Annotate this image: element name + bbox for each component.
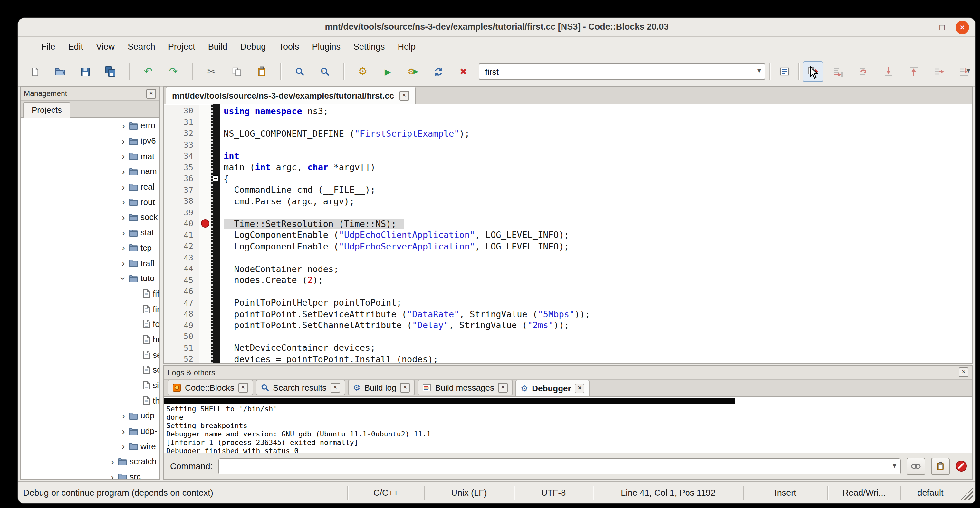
tree-item-udp[interactable]: ›udp	[21, 408, 159, 423]
tab-close-icon[interactable]: ×	[238, 382, 248, 392]
code-line-33[interactable]: 33	[164, 139, 972, 150]
breakpoint-margin[interactable]	[199, 105, 211, 116]
run-to-cursor-button[interactable]	[828, 61, 849, 82]
code-line-42[interactable]: 42 LogComponentEnable ("UdpEchoServerApp…	[164, 240, 972, 252]
close-button[interactable]: ×	[956, 20, 969, 34]
step-into-button[interactable]	[878, 61, 899, 82]
chevron-right-icon[interactable]: ›	[108, 472, 117, 479]
abort-build-button[interactable]: ✖	[453, 61, 474, 82]
code-editor[interactable]: 30using namespace ns3;3132NS_LOG_COMPONE…	[163, 104, 973, 364]
tree-item-mat[interactable]: ›mat	[21, 149, 159, 164]
logs-tab-build-messages[interactable]: Build messages×	[417, 380, 513, 395]
chevron-right-icon[interactable]: ›	[119, 411, 127, 420]
build-target-input[interactable]	[479, 63, 765, 80]
breakpoint-margin[interactable]	[199, 331, 211, 342]
chevron-down-icon[interactable]: ›	[119, 274, 128, 282]
tree-item-erro[interactable]: ›erro	[21, 118, 159, 133]
menu-build[interactable]: Build	[202, 39, 234, 54]
menu-help[interactable]: Help	[391, 39, 422, 54]
build-and-run-button[interactable]: ⚙▶	[403, 61, 423, 82]
chevron-down-icon[interactable]: ▾	[757, 66, 761, 75]
find-button[interactable]	[289, 61, 310, 82]
menu-plugins[interactable]: Plugins	[305, 39, 347, 54]
tree-item-udp-[interactable]: ›udp-	[21, 424, 159, 439]
breakpoint-margin[interactable]	[199, 184, 211, 195]
select-target-button[interactable]	[774, 61, 794, 82]
copy-button[interactable]	[226, 61, 247, 82]
breakpoint-margin[interactable]	[199, 207, 211, 218]
minimize-button[interactable]: –	[920, 22, 929, 32]
breakpoint-margin[interactable]	[199, 218, 211, 229]
breakpoint-margin[interactable]	[199, 342, 211, 353]
redo-button[interactable]: ↷	[163, 61, 184, 82]
breakpoint-margin[interactable]	[199, 263, 211, 274]
breakpoint-margin[interactable]	[199, 353, 211, 364]
save-all-button[interactable]	[100, 61, 121, 82]
attach-button[interactable]	[907, 457, 925, 475]
tree-item-fif[interactable]: fif	[21, 286, 159, 301]
new-file-button[interactable]	[24, 61, 45, 82]
chevron-right-icon[interactable]: ›	[119, 244, 127, 252]
chevron-right-icon[interactable]: ›	[119, 182, 127, 191]
selected-log-row[interactable]	[164, 398, 735, 404]
tree-item-fo[interactable]: fo	[21, 317, 159, 332]
breakpoint-margin[interactable]	[199, 308, 211, 319]
tree-item-stat[interactable]: ›stat	[21, 225, 159, 240]
code-line-45[interactable]: 45 nodes.Create (2);	[164, 274, 972, 286]
logs-close-icon[interactable]: ×	[959, 368, 969, 377]
tree-item-wire[interactable]: ›wire	[21, 439, 159, 454]
tab-projects[interactable]: Projects	[23, 102, 70, 118]
breakpoint-margin[interactable]	[199, 195, 211, 207]
next-line-button[interactable]	[853, 61, 874, 82]
breakpoint-margin[interactable]	[199, 139, 211, 150]
fold-margin[interactable]	[211, 104, 220, 363]
menu-search[interactable]: Search	[121, 39, 162, 54]
replace-button[interactable]: a	[314, 61, 335, 82]
step-out-button[interactable]	[903, 61, 924, 82]
tree-item-ipv6[interactable]: ›ipv6	[21, 133, 159, 148]
menu-file[interactable]: File	[35, 39, 62, 54]
clipboard-button[interactable]	[931, 457, 950, 475]
code-line-37[interactable]: 37 CommandLine cmd (__FILE__);	[164, 184, 972, 195]
code-line-47[interactable]: 47 PointToPointHelper pointToPoint;	[164, 297, 972, 308]
rebuild-button[interactable]	[428, 61, 449, 82]
toolbar-overflow-chevron[interactable]: ▾	[966, 66, 970, 75]
tree-item-se[interactable]: se	[21, 362, 159, 377]
next-instruction-button[interactable]	[929, 61, 949, 82]
menu-view[interactable]: View	[89, 39, 121, 54]
breakpoint-margin[interactable]	[199, 150, 211, 161]
logs-tab-debugger[interactable]: ⚙Debugger×	[515, 380, 590, 397]
save-file-button[interactable]	[75, 61, 95, 82]
code-line-32[interactable]: 32NS_LOG_COMPONENT_DEFINE ("FirstScriptE…	[164, 127, 972, 139]
tree-item-scratch[interactable]: ›scratch	[21, 454, 159, 469]
tree-item-sock[interactable]: ›sock	[21, 210, 159, 225]
step-into-instruction-button[interactable]	[954, 61, 974, 82]
chevron-right-icon[interactable]: ›	[119, 121, 127, 130]
logs-tab-search-results[interactable]: Search results×	[256, 380, 345, 395]
code-line-36[interactable]: 36{	[164, 173, 972, 184]
code-line-48[interactable]: 48 pointToPoint.SetDeviceAttribute ("Dat…	[164, 308, 972, 319]
code-line-41[interactable]: 41 LogComponentEnable ("UdpEchoClientApp…	[164, 229, 972, 240]
tree-item-nam[interactable]: ›nam	[21, 164, 159, 179]
tree-item-tcp[interactable]: ›tcp	[21, 240, 159, 255]
tree-item-six[interactable]: six	[21, 377, 159, 393]
logs-tab-build-log[interactable]: ⚙Build log×	[348, 380, 415, 395]
breakpoint-margin[interactable]	[199, 286, 211, 297]
breakpoint-margin[interactable]	[199, 319, 211, 331]
code-line-46[interactable]: 46	[164, 286, 972, 297]
tree-item-he[interactable]: he	[21, 332, 159, 347]
code-line-51[interactable]: 51 NetDeviceContainer devices;	[164, 342, 972, 353]
breakpoint-margin[interactable]	[199, 161, 211, 173]
breakpoint-margin[interactable]	[199, 229, 211, 240]
breakpoint-margin[interactable]	[199, 297, 211, 308]
cut-button[interactable]: ✂	[201, 61, 222, 82]
chevron-right-icon[interactable]: ›	[119, 151, 127, 161]
menu-settings[interactable]: Settings	[347, 39, 391, 54]
stop-debugger-icon[interactable]	[956, 460, 967, 472]
logs-tab-code-blocks[interactable]: Code::Blocks×	[167, 380, 253, 395]
code-line-39[interactable]: 39	[164, 207, 972, 218]
command-combo[interactable]: ▾	[218, 458, 901, 474]
code-line-52[interactable]: 52 devices = pointToPoint.Install (nodes…	[164, 353, 972, 364]
maximize-button[interactable]: □	[937, 22, 947, 32]
breakpoint-marker[interactable]	[201, 220, 209, 228]
